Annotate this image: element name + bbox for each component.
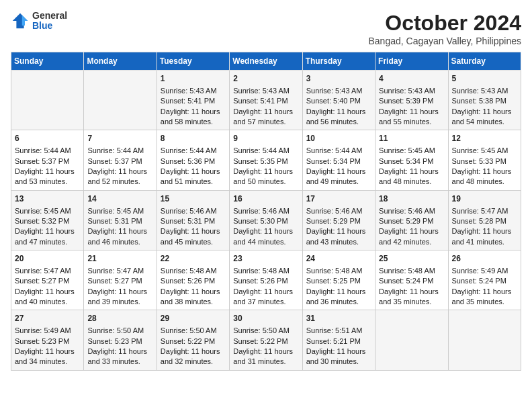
cell-detail: Sunrise: 5:48 AM [306, 266, 371, 276]
cell-detail: Sunset: 5:35 PM [233, 156, 298, 167]
calendar-cell: 25Sunrise: 5:48 AMSunset: 5:24 PMDayligh… [375, 250, 448, 310]
cell-detail: Daylight: 11 hours and 38 minutes. [161, 287, 226, 308]
day-number: 23 [233, 253, 298, 265]
cell-detail: Sunrise: 5:43 AM [233, 86, 298, 96]
cell-detail: Sunset: 5:22 PM [161, 336, 226, 347]
day-header-tuesday: Tuesday [157, 52, 229, 71]
week-row-5: 27Sunrise: 5:49 AMSunset: 5:23 PMDayligh… [11, 310, 521, 370]
cell-detail: Sunset: 5:38 PM [452, 96, 517, 106]
calendar-cell: 2Sunrise: 5:43 AMSunset: 5:41 PMDaylight… [230, 71, 302, 130]
cell-detail: Sunset: 5:32 PM [15, 216, 80, 226]
cell-detail: Sunrise: 5:50 AM [233, 326, 298, 336]
cell-detail: Sunset: 5:26 PM [233, 276, 298, 286]
cell-detail: Sunrise: 5:48 AM [233, 266, 298, 276]
cell-detail: Daylight: 11 hours and 57 minutes. [233, 107, 298, 128]
cell-detail: Sunset: 5:26 PM [161, 276, 226, 286]
calendar-cell: 19Sunrise: 5:47 AMSunset: 5:28 PMDayligh… [448, 190, 521, 250]
calendar-cell: 10Sunrise: 5:44 AMSunset: 5:34 PMDayligh… [302, 130, 375, 190]
day-number: 3 [306, 73, 371, 85]
day-number: 2 [233, 73, 298, 85]
cell-detail: Daylight: 11 hours and 45 minutes. [161, 226, 226, 247]
cell-detail: Sunrise: 5:48 AM [161, 266, 226, 276]
calendar-cell: 3Sunrise: 5:43 AMSunset: 5:40 PMDaylight… [302, 71, 375, 130]
calendar-cell: 16Sunrise: 5:46 AMSunset: 5:30 PMDayligh… [230, 190, 302, 250]
cell-detail: Sunset: 5:39 PM [379, 96, 444, 106]
cell-detail: Sunrise: 5:44 AM [306, 146, 371, 156]
week-row-4: 20Sunrise: 5:47 AMSunset: 5:27 PMDayligh… [11, 250, 521, 310]
day-number: 16 [233, 193, 298, 205]
day-number: 29 [161, 313, 226, 324]
day-number: 6 [15, 133, 80, 144]
cell-detail: Sunrise: 5:45 AM [15, 206, 80, 216]
cell-detail: Sunrise: 5:44 AM [233, 146, 298, 156]
cell-detail: Sunrise: 5:47 AM [15, 266, 80, 276]
calendar-cell: 28Sunrise: 5:50 AMSunset: 5:23 PMDayligh… [84, 310, 157, 370]
calendar-cell: 13Sunrise: 5:45 AMSunset: 5:32 PMDayligh… [11, 190, 84, 250]
cell-detail: Daylight: 11 hours and 51 minutes. [161, 167, 226, 187]
cell-detail: Sunrise: 5:43 AM [306, 86, 371, 96]
cell-detail: Daylight: 11 hours and 37 minutes. [233, 287, 298, 308]
cell-detail: Sunset: 5:41 PM [233, 96, 298, 106]
day-number: 4 [379, 73, 444, 85]
cell-detail: Daylight: 11 hours and 32 minutes. [161, 347, 226, 367]
day-header-thursday: Thursday [302, 52, 375, 71]
day-header-sunday: Sunday [11, 52, 84, 71]
cell-detail: Sunrise: 5:45 AM [379, 146, 444, 156]
day-number: 24 [306, 253, 371, 265]
cell-detail: Sunset: 5:30 PM [233, 216, 298, 226]
logo: General Blue [11, 11, 67, 32]
day-number: 31 [306, 313, 371, 324]
calendar-cell: 7Sunrise: 5:44 AMSunset: 5:37 PMDaylight… [84, 130, 157, 190]
cell-detail: Daylight: 11 hours and 48 minutes. [452, 167, 517, 187]
cell-detail: Daylight: 11 hours and 31 minutes. [233, 347, 298, 367]
calendar-cell: 29Sunrise: 5:50 AMSunset: 5:22 PMDayligh… [157, 310, 229, 370]
day-number: 7 [87, 133, 152, 144]
calendar-cell: 15Sunrise: 5:46 AMSunset: 5:31 PMDayligh… [157, 190, 229, 250]
cell-detail: Sunrise: 5:49 AM [452, 266, 517, 276]
cell-detail: Daylight: 11 hours and 50 minutes. [233, 167, 298, 187]
cell-detail: Sunrise: 5:43 AM [379, 86, 444, 96]
cell-detail: Sunset: 5:21 PM [306, 336, 371, 347]
cell-detail: Sunrise: 5:44 AM [15, 146, 80, 156]
cell-detail: Sunrise: 5:49 AM [15, 326, 80, 336]
cell-detail: Sunset: 5:37 PM [87, 156, 152, 167]
calendar-cell [448, 310, 521, 370]
day-number: 15 [161, 193, 226, 205]
cell-detail: Sunrise: 5:44 AM [161, 146, 226, 156]
cell-detail: Sunrise: 5:47 AM [87, 266, 152, 276]
calendar-cell [11, 71, 84, 130]
cell-detail: Sunset: 5:27 PM [87, 276, 152, 286]
cell-detail: Sunset: 5:31 PM [161, 216, 226, 226]
calendar-cell: 5Sunrise: 5:43 AMSunset: 5:38 PMDaylight… [448, 71, 521, 130]
cell-detail: Sunrise: 5:45 AM [87, 206, 152, 216]
calendar-cell: 1Sunrise: 5:43 AMSunset: 5:41 PMDaylight… [157, 71, 229, 130]
calendar-cell [375, 310, 448, 370]
day-header-saturday: Saturday [448, 52, 521, 71]
cell-detail: Daylight: 11 hours and 54 minutes. [452, 107, 517, 128]
day-number: 13 [15, 193, 80, 205]
cell-detail: Daylight: 11 hours and 41 minutes. [452, 226, 517, 247]
logo-general: General [32, 10, 67, 21]
cell-detail: Sunset: 5:24 PM [379, 276, 444, 286]
calendar-cell: 23Sunrise: 5:48 AMSunset: 5:26 PMDayligh… [230, 250, 302, 310]
day-number: 20 [15, 253, 80, 265]
cell-detail: Sunset: 5:34 PM [379, 156, 444, 167]
week-row-2: 6Sunrise: 5:44 AMSunset: 5:37 PMDaylight… [11, 130, 521, 190]
cell-detail: Sunset: 5:34 PM [306, 156, 371, 167]
calendar-cell: 9Sunrise: 5:44 AMSunset: 5:35 PMDaylight… [230, 130, 302, 190]
cell-detail: Daylight: 11 hours and 47 minutes. [15, 226, 80, 247]
cell-detail: Sunset: 5:23 PM [15, 336, 80, 347]
cell-detail: Daylight: 11 hours and 53 minutes. [15, 167, 80, 187]
cell-detail: Daylight: 11 hours and 44 minutes. [233, 226, 298, 247]
day-number: 9 [233, 133, 298, 144]
cell-detail: Daylight: 11 hours and 46 minutes. [87, 226, 152, 247]
logo-blue: Blue [32, 20, 52, 31]
cell-detail: Sunrise: 5:44 AM [87, 146, 152, 156]
cell-detail: Sunset: 5:28 PM [452, 216, 517, 226]
cell-detail: Daylight: 11 hours and 34 minutes. [15, 347, 80, 367]
day-number: 1 [161, 73, 226, 85]
day-number: 14 [87, 193, 152, 205]
calendar-cell [84, 71, 157, 130]
cell-detail: Sunset: 5:22 PM [233, 336, 298, 347]
page-header: General Blue October 2024 Bangad, Cagaya… [11, 11, 521, 46]
